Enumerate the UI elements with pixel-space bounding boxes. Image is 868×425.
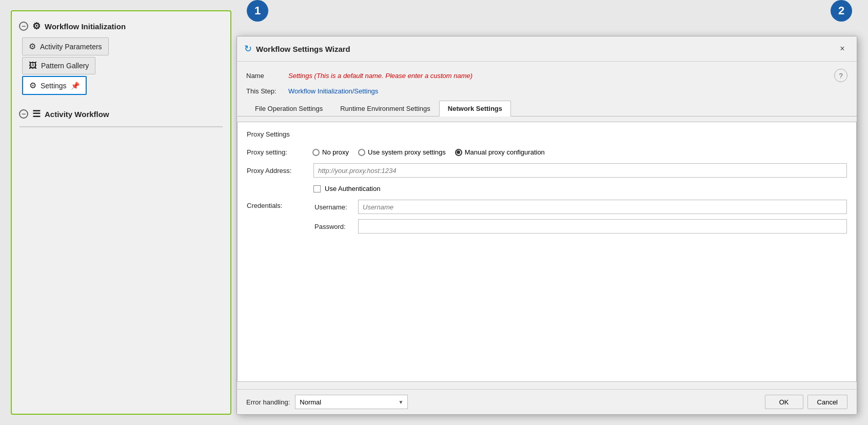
name-value: Settings (This is a default name. Please… xyxy=(288,72,472,80)
activity-workflow-icon: ☰ xyxy=(32,108,41,120)
name-label: Name xyxy=(246,72,282,80)
workflow-init-section: ⚙ Workflow Initialization ⚙ Activity Par… xyxy=(17,16,225,96)
workflow-init-header: ⚙ Workflow Initialization xyxy=(17,16,225,36)
pattern-gallery-label: Pattern Gallery xyxy=(41,62,89,70)
collapse-workflow-icon[interactable] xyxy=(19,109,28,119)
workflow-settings-dialog: ↻ Workflow Settings Wizard × Name Settin… xyxy=(236,36,857,415)
ok-button[interactable]: OK xyxy=(765,395,803,409)
proxy-settings-title: Proxy Settings xyxy=(247,130,847,138)
username-input[interactable] xyxy=(358,200,847,214)
workflow-init-title: Workflow Initialization xyxy=(45,22,126,31)
manual-proxy-circle xyxy=(455,149,462,156)
password-input[interactable] xyxy=(358,219,847,234)
system-proxy-circle xyxy=(358,149,365,156)
close-button[interactable]: × xyxy=(835,42,850,56)
password-row: Password: xyxy=(314,219,847,234)
use-auth-row: Use Authentication xyxy=(313,185,847,192)
footer-buttons: OK Cancel xyxy=(765,395,847,409)
dialog-title-icon: ↻ xyxy=(244,43,252,54)
use-auth-checkbox[interactable] xyxy=(313,185,321,192)
activity-parameters-button[interactable]: ⚙ Activity Parameters xyxy=(22,37,109,55)
password-label: Password: xyxy=(314,223,353,230)
tab-runtime-environment[interactable]: Runtime Environment Settings xyxy=(331,101,439,117)
credentials-label: Credentials: xyxy=(247,200,308,234)
activity-parameters-label: Activity Parameters xyxy=(40,43,102,51)
dialog-title-bar: ↻ Workflow Settings Wizard × xyxy=(237,36,857,62)
proxy-radio-group: No proxy Use system proxy settings Manua… xyxy=(312,148,545,156)
settings-label: Settings xyxy=(41,82,67,90)
error-handling-select[interactable]: Normal ▼ xyxy=(295,395,408,409)
proxy-setting-label: Proxy setting: xyxy=(247,148,308,156)
activity-workflow-header: ☰ Activity Workflow xyxy=(17,104,225,124)
manual-proxy-radio[interactable]: Manual proxy configuration xyxy=(455,148,545,156)
chevron-down-icon: ▼ xyxy=(398,399,403,405)
no-proxy-radio[interactable]: No proxy xyxy=(312,148,349,156)
this-step-field-row: This Step: Workflow Initialization/Setti… xyxy=(246,87,847,95)
username-row: Username: xyxy=(314,200,847,214)
dialog-title-text: Workflow Settings Wizard xyxy=(256,45,831,53)
error-handling-label: Error handling: xyxy=(246,398,290,406)
help-button[interactable]: ? xyxy=(834,69,847,82)
proxy-address-input[interactable] xyxy=(313,163,847,178)
pin-icon: 📌 xyxy=(71,82,80,90)
settings-icon: ⚙ xyxy=(29,81,36,90)
dialog-body: Name Settings (This is a default name. P… xyxy=(237,62,857,389)
cancel-button[interactable]: Cancel xyxy=(807,395,847,409)
settings-button[interactable]: ⚙ Settings 📌 xyxy=(22,76,87,95)
collapse-icon[interactable] xyxy=(19,22,28,31)
dialog-footer: Error handling: Normal ▼ OK Cancel xyxy=(237,389,857,414)
pattern-gallery-button[interactable]: 🖼 Pattern Gallery xyxy=(22,57,95,74)
credentials-section: Credentials: Username: Password: xyxy=(247,200,847,234)
proxy-address-label: Proxy Address: xyxy=(247,167,308,175)
credentials-fields: Username: Password: xyxy=(314,200,847,234)
annotation-circle-2: 2 xyxy=(831,0,852,22)
workflow-canvas: − ⚙⚙ Transaction 🌐 Web Ses... ⏳ Sleep ≋ xyxy=(19,126,223,127)
this-step-label: This Step: xyxy=(246,87,282,95)
system-proxy-label: Use system proxy settings xyxy=(368,148,446,156)
error-handling-value: Normal xyxy=(300,398,321,406)
network-settings-content: Proxy Settings Proxy setting: No proxy U… xyxy=(237,122,857,382)
proxy-address-row: Proxy Address: xyxy=(247,163,847,178)
activity-workflow-title: Activity Workflow xyxy=(45,110,109,119)
left-panel: ⚙ Workflow Initialization ⚙ Activity Par… xyxy=(11,10,231,415)
manual-proxy-label: Manual proxy configuration xyxy=(465,148,545,156)
activity-params-icon: ⚙ xyxy=(29,42,36,51)
no-proxy-circle xyxy=(312,149,320,156)
name-field-row: Name Settings (This is a default name. P… xyxy=(246,69,847,82)
this-step-value: Workflow Initialization/Settings xyxy=(288,87,378,95)
annotation-circle-1: 1 xyxy=(247,0,268,22)
username-label: Username: xyxy=(314,203,353,211)
workflow-init-icon: ⚙ xyxy=(32,21,41,32)
activity-workflow-section: ☰ Activity Workflow − ⚙⚙ Transaction 🌐 W… xyxy=(17,104,225,130)
tab-bar: File Operation Settings Runtime Environm… xyxy=(237,100,857,117)
pattern-gallery-icon: 🖼 xyxy=(29,61,37,70)
proxy-setting-row: Proxy setting: No proxy Use system proxy… xyxy=(247,148,847,156)
no-proxy-label: No proxy xyxy=(322,148,349,156)
system-proxy-radio[interactable]: Use system proxy settings xyxy=(358,148,446,156)
use-auth-label: Use Authentication xyxy=(325,185,380,192)
tab-file-operation[interactable]: File Operation Settings xyxy=(246,101,331,117)
tab-network-settings[interactable]: Network Settings xyxy=(439,101,511,117)
